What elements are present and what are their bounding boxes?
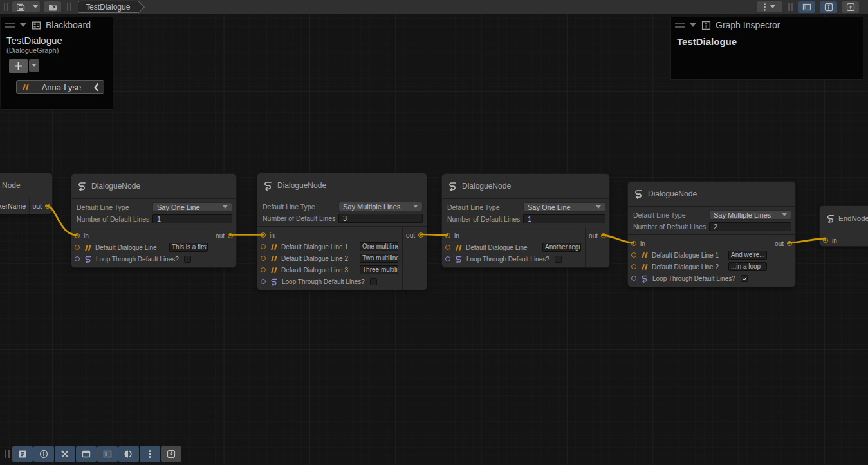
dialogue-line-field[interactable]: One multiline (360, 242, 398, 251)
quote-icon (454, 244, 462, 251)
node-header[interactable]: DialogueNode (628, 182, 795, 206)
inspector-title: Graph Inspector (716, 20, 780, 30)
loop-checkbox[interactable] (741, 275, 748, 282)
dialogue-line-port[interactable] (261, 256, 266, 261)
more-button[interactable] (140, 446, 160, 462)
loop-port[interactable] (75, 256, 80, 261)
loop-port[interactable] (445, 256, 450, 261)
info-icon (39, 450, 48, 459)
menu-icon[interactable] (675, 23, 685, 28)
add-property-options-button[interactable] (29, 59, 39, 72)
more-options-button[interactable] (757, 1, 782, 12)
node-title: DialogueNode (648, 189, 697, 198)
tools-button[interactable] (55, 446, 75, 462)
line-type-dropdown[interactable]: Say Multiple Lines (709, 210, 791, 220)
num-lines-field[interactable]: 1 (152, 214, 232, 223)
save-button[interactable] (12, 1, 30, 12)
chevron-left-icon[interactable] (94, 82, 99, 91)
top-toolbar: TestDialogue (0, 0, 868, 14)
dialogue-line-port[interactable] (75, 245, 80, 250)
dialogue-node-2[interactable]: DialogueNode Default Line Type Say Multi… (257, 173, 427, 290)
dialogue-line-field[interactable]: ...in a loop (728, 262, 767, 271)
dialogue-line-port[interactable] (631, 264, 636, 269)
dialogue-line-field[interactable]: And we're... (728, 251, 767, 260)
dialogue-line-field[interactable]: This is a first (169, 243, 208, 252)
num-lines-field[interactable]: 2 (709, 222, 791, 231)
in-port[interactable] (75, 233, 80, 238)
node-header[interactable]: DialogueNode (442, 174, 609, 198)
dialogue-line-label: Default Dialogue Line (466, 244, 528, 251)
loop-checkbox[interactable] (184, 256, 191, 263)
info-button[interactable] (33, 446, 54, 462)
in-port-label: in (454, 232, 459, 240)
start-out-port[interactable] (45, 204, 50, 209)
dialogue-node-3[interactable]: DialogueNode Default Line Type Say One L… (441, 173, 610, 268)
loop-label: Loop Through Default Lines? (466, 256, 549, 263)
dialogue-line-port[interactable] (445, 245, 450, 250)
toggle-bolt-button[interactable] (842, 1, 859, 13)
loop-port[interactable] (631, 276, 636, 281)
dialogue-line-port[interactable] (261, 244, 266, 249)
quote-icon (640, 263, 648, 270)
line-type-dropdown[interactable]: Say One Line (523, 202, 605, 212)
num-lines-field[interactable]: 1 (523, 214, 605, 223)
speaker-field[interactable]: Anna-Lyse (16, 80, 104, 94)
menu-icon[interactable] (5, 23, 15, 28)
console-button[interactable] (12, 446, 33, 462)
in-port[interactable] (261, 232, 266, 238)
tab-testdialogue[interactable]: TestDialogue (78, 1, 139, 13)
in-port[interactable] (445, 233, 450, 238)
node-header[interactable]: DialogueNode (71, 174, 236, 198)
out-port-label: out (216, 232, 225, 240)
toggle-blackboard-button[interactable] (798, 1, 815, 13)
blackboard-asset-type: (DialogueGraph) (6, 46, 113, 54)
out-port[interactable] (418, 232, 423, 238)
line-type-dropdown[interactable]: Say Multiple Lines (338, 202, 423, 211)
dropdown-arrow-icon (33, 5, 38, 8)
toolbar-drag-handle[interactable] (788, 3, 793, 11)
end-in-port[interactable] (823, 238, 828, 243)
dialogue-node-4[interactable]: DialogueNode Default Line Type Say Multi… (627, 181, 796, 287)
in-port-row: in (628, 238, 771, 249)
collapse-arrow-icon[interactable] (20, 23, 26, 27)
node-title: DialogueNode (91, 182, 140, 191)
out-port-label: out (406, 232, 415, 239)
loop-checkbox[interactable] (555, 256, 562, 263)
toolbar-drag-handle[interactable] (67, 3, 71, 11)
bolt-button[interactable] (161, 446, 181, 462)
node-header[interactable]: DialogueNode (257, 173, 427, 198)
dialogue-button[interactable] (118, 446, 139, 462)
in-port[interactable] (631, 241, 636, 246)
start-node[interactable]: Node kerName out (0, 173, 53, 214)
toolbar-drag-handle[interactable] (4, 3, 8, 11)
out-port[interactable] (601, 233, 606, 238)
toolbar-drag-handle[interactable] (5, 450, 10, 458)
dialogue-line-port[interactable] (631, 252, 636, 258)
out-port[interactable] (787, 241, 792, 246)
dialogue-node-1[interactable]: DialogueNode Default Line Type Say One L… (71, 173, 237, 268)
num-lines-field[interactable]: 3 (338, 214, 423, 223)
dialogue-line-field[interactable]: Another regu (542, 243, 581, 252)
line-type-label: Default Line Type (263, 203, 338, 211)
collapse-arrow-icon[interactable] (690, 23, 696, 27)
open-folder-button[interactable] (44, 1, 61, 12)
dialogue-line-field[interactable]: Three multilin (360, 265, 398, 274)
num-lines-label: Number of Default Lines (263, 214, 338, 222)
dialogue-line-port[interactable] (261, 267, 266, 272)
window-button[interactable] (76, 446, 97, 462)
toggle-inspector-button[interactable] (820, 1, 837, 13)
in-port-label: in (84, 232, 89, 240)
blackboard-header[interactable]: Blackboard (1, 18, 113, 32)
line-type-dropdown[interactable]: Say One Line (152, 202, 232, 212)
save-options-button[interactable] (30, 1, 40, 12)
inspector-header[interactable]: Graph Inspector (671, 18, 863, 32)
out-port[interactable] (228, 233, 233, 238)
blackboard-button[interactable] (97, 446, 118, 462)
dialogue-line-label: Default Dialogue Line 2 (281, 255, 348, 262)
add-property-button[interactable] (9, 59, 28, 73)
tools-icon (60, 450, 69, 459)
end-node[interactable]: EndNode in (819, 205, 868, 247)
loop-port[interactable] (261, 279, 266, 284)
loop-checkbox[interactable] (370, 278, 377, 285)
dialogue-line-field[interactable]: Two multiline (360, 254, 398, 263)
